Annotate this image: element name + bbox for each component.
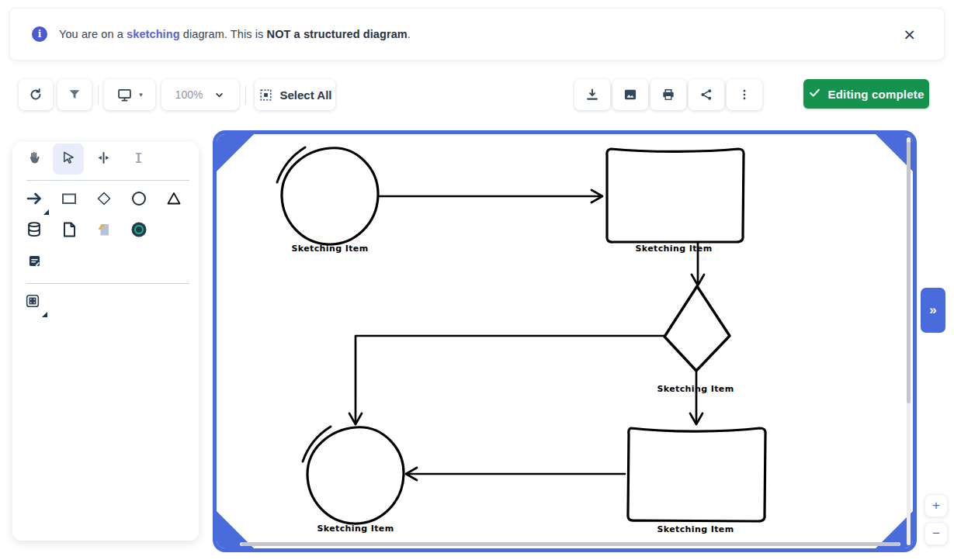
node-rectangle-top-right[interactable] xyxy=(607,149,744,242)
note-shape-icon xyxy=(95,220,113,242)
memo-shape-icon xyxy=(26,253,43,272)
horizontal-scrollbar-thumb[interactable] xyxy=(241,542,900,546)
close-icon[interactable]: × xyxy=(900,25,919,43)
download-button[interactable] xyxy=(574,79,610,110)
info-icon: i xyxy=(32,26,47,42)
display-mode-button[interactable]: ▾ xyxy=(104,79,155,110)
flowchart-drawing xyxy=(217,134,913,548)
chevron-down-icon xyxy=(213,89,225,101)
tool-cursor-selected[interactable] xyxy=(53,143,84,175)
toolbar-divider xyxy=(245,85,246,104)
refresh-button[interactable] xyxy=(19,79,53,110)
refresh-icon xyxy=(28,87,43,102)
text-tool-icon xyxy=(130,150,147,169)
kebab-menu-icon xyxy=(737,88,751,102)
diagram-canvas[interactable]: Sketching Item Sketching Item Sketching … xyxy=(213,130,917,552)
filter-icon xyxy=(67,87,82,102)
caret-down-icon: ▾ xyxy=(139,91,143,99)
node-circle-bottom-left[interactable] xyxy=(303,427,404,524)
zoom-out-button[interactable]: − xyxy=(925,522,948,545)
node-label[interactable]: Sketching Item xyxy=(291,244,368,254)
node-diamond[interactable] xyxy=(664,286,730,371)
filter-button[interactable] xyxy=(57,79,92,110)
cursor-icon xyxy=(61,150,77,169)
more-options-button[interactable] xyxy=(727,79,762,110)
editing-complete-label: Editing complete xyxy=(827,88,924,101)
expand-panel-button[interactable]: » xyxy=(921,288,945,333)
node-label[interactable]: Sketching Item xyxy=(317,524,394,534)
arrow-shape-icon xyxy=(25,189,43,211)
shape-triangle[interactable] xyxy=(161,188,186,213)
edge-diamond-to-rect[interactable] xyxy=(690,372,702,424)
share-button[interactable] xyxy=(689,79,724,110)
double-chevron-right-icon: » xyxy=(929,302,936,318)
print-button[interactable] xyxy=(650,79,686,110)
shape-note[interactable] xyxy=(92,219,116,244)
info-banner: i You are on a sketching diagram. This i… xyxy=(9,8,945,60)
page-shape-icon xyxy=(60,220,78,242)
banner-text: You are on a sketching diagram. This is … xyxy=(59,28,411,40)
triangle-shape-icon xyxy=(165,189,183,211)
select-all-button[interactable]: Select All xyxy=(255,79,335,110)
shape-memo[interactable] xyxy=(22,250,47,275)
split-icon xyxy=(95,150,112,169)
shape-diamond[interactable] xyxy=(92,188,116,213)
zoom-level-value: 100% xyxy=(175,88,203,101)
shape-database[interactable] xyxy=(22,219,47,244)
print-icon xyxy=(661,87,676,102)
circle-shape-icon xyxy=(130,189,148,211)
image-icon xyxy=(623,87,638,102)
monitor-icon xyxy=(116,87,133,103)
sidebar-divider xyxy=(26,283,189,284)
rectangle-shape-icon xyxy=(60,189,78,211)
check-icon xyxy=(808,86,821,102)
terminal-circle-icon xyxy=(130,220,148,242)
minus-icon: − xyxy=(932,526,940,541)
zoom-in-button[interactable]: + xyxy=(925,494,948,517)
vertical-scrollbar-thumb[interactable] xyxy=(907,142,911,403)
banner-text-suffix: . xyxy=(408,28,411,40)
grid-table-icon xyxy=(24,292,41,313)
select-all-icon xyxy=(258,88,273,102)
edge-diamond-to-circle[interactable] xyxy=(349,336,664,424)
download-icon xyxy=(585,87,600,102)
sidebar-divider xyxy=(26,180,189,181)
editing-complete-button[interactable]: Editing complete xyxy=(803,79,929,109)
shape-terminal-circle[interactable] xyxy=(127,219,151,244)
share-icon xyxy=(699,87,714,102)
banner-text-mid: diagram. This is xyxy=(180,28,267,40)
edge-rect-to-circle[interactable] xyxy=(406,468,625,480)
node-circle-top-left[interactable] xyxy=(277,147,378,244)
diamond-shape-icon xyxy=(95,189,113,211)
select-all-label: Select All xyxy=(280,88,332,102)
toolbar-divider xyxy=(98,85,99,104)
shape-grid-table[interactable] xyxy=(20,290,45,315)
tool-hand[interactable] xyxy=(18,143,49,175)
node-rectangle-bottom-right[interactable] xyxy=(628,428,765,521)
banner-highlight: sketching xyxy=(127,28,180,40)
shape-palette-sidebar xyxy=(12,142,199,541)
node-label[interactable]: Sketching Item xyxy=(635,244,712,254)
plus-icon: + xyxy=(932,498,940,513)
export-image-button[interactable] xyxy=(612,79,648,110)
node-label[interactable]: Sketching Item xyxy=(657,384,734,394)
dropdown-corner-icon xyxy=(43,209,49,215)
node-label[interactable]: Sketching Item xyxy=(657,524,734,534)
shape-rectangle[interactable] xyxy=(57,188,82,213)
tool-text[interactable] xyxy=(123,143,154,175)
edge-circle-to-rect[interactable] xyxy=(378,190,602,202)
shape-arrow[interactable] xyxy=(22,188,47,213)
database-shape-icon xyxy=(25,220,43,242)
toolbar: ▾ 100% Select All Editing complete xyxy=(0,78,954,112)
banner-text-prefix: You are on a xyxy=(59,28,127,40)
banner-bold: NOT a structured diagram xyxy=(267,28,408,40)
shape-circle[interactable] xyxy=(127,188,151,213)
tool-split[interactable] xyxy=(88,143,119,175)
dropdown-corner-icon xyxy=(42,312,47,317)
zoom-level-dropdown[interactable]: 100% xyxy=(161,79,239,110)
hand-icon xyxy=(26,150,42,169)
shape-page[interactable] xyxy=(57,219,82,244)
